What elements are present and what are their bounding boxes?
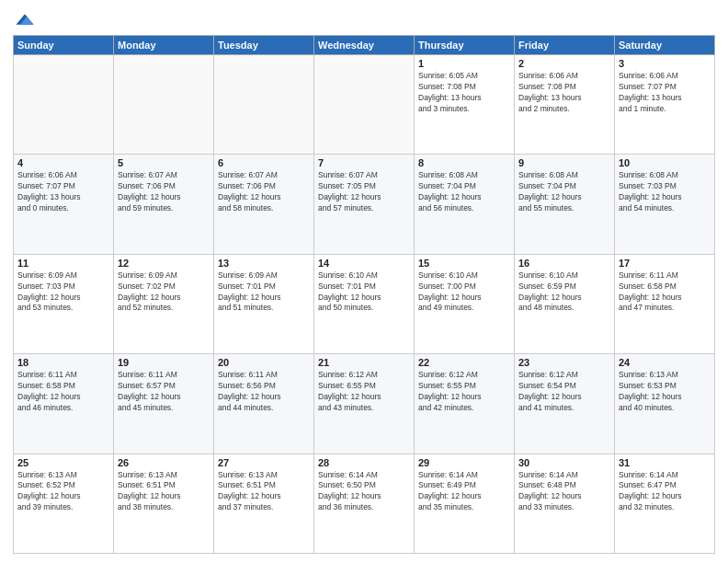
calendar-week-2: 4Sunrise: 6:06 AM Sunset: 7:07 PM Daylig… [14,155,715,254]
day-number: 12 [118,258,210,269]
day-info: Sunrise: 6:08 AM Sunset: 7:03 PM Dayligh… [619,170,711,214]
calendar-cell: 19Sunrise: 6:11 AM Sunset: 6:57 PM Dayli… [114,354,214,454]
day-info: Sunrise: 6:09 AM Sunset: 7:01 PM Dayligh… [218,270,310,315]
day-info: Sunrise: 6:12 AM Sunset: 6:55 PM Dayligh… [318,370,410,414]
day-info: Sunrise: 6:11 AM Sunset: 6:58 PM Dayligh… [17,370,109,414]
calendar-cell [14,55,114,155]
calendar-cell: 23Sunrise: 6:12 AM Sunset: 6:54 PM Dayli… [515,354,615,454]
calendar-cell: 13Sunrise: 6:09 AM Sunset: 7:01 PM Dayli… [214,254,314,353]
header [13,9,715,29]
calendar-cell: 2Sunrise: 6:06 AM Sunset: 7:08 PM Daylig… [515,55,615,155]
day-number: 3 [619,58,711,69]
day-number: 31 [619,457,711,468]
day-info: Sunrise: 6:09 AM Sunset: 7:03 PM Dayligh… [17,270,109,315]
calendar-header-thursday: Thursday [415,36,515,55]
day-number: 4 [17,157,109,168]
calendar-week-3: 11Sunrise: 6:09 AM Sunset: 7:03 PM Dayli… [14,254,715,353]
day-number: 27 [218,457,310,468]
calendar-header-wednesday: Wednesday [314,36,415,55]
calendar-cell: 22Sunrise: 6:12 AM Sunset: 6:55 PM Dayli… [415,354,515,454]
calendar-cell: 6Sunrise: 6:07 AM Sunset: 7:06 PM Daylig… [214,155,314,254]
day-number: 8 [418,157,510,168]
day-info: Sunrise: 6:13 AM Sunset: 6:51 PM Dayligh… [118,470,210,514]
calendar-cell [314,55,415,155]
day-info: Sunrise: 6:06 AM Sunset: 7:07 PM Dayligh… [619,71,711,115]
calendar-header-monday: Monday [114,36,214,55]
calendar-week-5: 25Sunrise: 6:13 AM Sunset: 6:52 PM Dayli… [14,454,715,553]
day-info: Sunrise: 6:13 AM Sunset: 6:51 PM Dayligh… [218,470,310,514]
logo-area [13,9,35,29]
day-info: Sunrise: 6:12 AM Sunset: 6:54 PM Dayligh… [518,370,610,414]
day-info: Sunrise: 6:10 AM Sunset: 7:00 PM Dayligh… [418,270,510,315]
day-number: 17 [619,258,711,269]
calendar-header-saturday: Saturday [615,36,715,55]
day-number: 11 [17,258,109,269]
calendar-week-1: 1Sunrise: 6:05 AM Sunset: 7:08 PM Daylig… [14,55,715,155]
day-info: Sunrise: 6:14 AM Sunset: 6:50 PM Dayligh… [318,470,410,514]
day-number: 18 [17,357,109,368]
calendar-header-friday: Friday [515,36,615,55]
calendar-cell: 3Sunrise: 6:06 AM Sunset: 7:07 PM Daylig… [615,55,715,155]
calendar-header-tuesday: Tuesday [214,36,314,55]
day-info: Sunrise: 6:14 AM Sunset: 6:47 PM Dayligh… [619,470,711,514]
calendar-cell: 15Sunrise: 6:10 AM Sunset: 7:00 PM Dayli… [415,254,515,353]
day-number: 21 [318,357,410,368]
calendar-header-sunday: Sunday [14,36,114,55]
logo-icon [15,9,35,29]
calendar-cell: 21Sunrise: 6:12 AM Sunset: 6:55 PM Dayli… [314,354,415,454]
day-info: Sunrise: 6:07 AM Sunset: 7:05 PM Dayligh… [318,170,410,214]
day-info: Sunrise: 6:12 AM Sunset: 6:55 PM Dayligh… [418,370,510,414]
day-info: Sunrise: 6:07 AM Sunset: 7:06 PM Dayligh… [118,170,210,214]
calendar-cell: 1Sunrise: 6:05 AM Sunset: 7:08 PM Daylig… [415,55,515,155]
day-number: 25 [17,457,109,468]
calendar-cell: 11Sunrise: 6:09 AM Sunset: 7:03 PM Dayli… [14,254,114,353]
calendar-cell: 8Sunrise: 6:08 AM Sunset: 7:04 PM Daylig… [415,155,515,254]
day-number: 10 [619,157,711,168]
calendar-cell: 4Sunrise: 6:06 AM Sunset: 7:07 PM Daylig… [14,155,114,254]
day-number: 9 [518,157,610,168]
day-number: 6 [218,157,310,168]
logo-text [13,9,35,29]
day-info: Sunrise: 6:09 AM Sunset: 7:02 PM Dayligh… [118,270,210,315]
day-number: 22 [418,357,510,368]
day-number: 14 [318,258,410,269]
day-info: Sunrise: 6:14 AM Sunset: 6:49 PM Dayligh… [418,470,510,514]
calendar-cell: 27Sunrise: 6:13 AM Sunset: 6:51 PM Dayli… [214,454,314,553]
calendar-cell: 20Sunrise: 6:11 AM Sunset: 6:56 PM Dayli… [214,354,314,454]
day-number: 1 [418,58,510,69]
page: SundayMondayTuesdayWednesdayThursdayFrid… [0,0,728,563]
day-info: Sunrise: 6:08 AM Sunset: 7:04 PM Dayligh… [518,170,610,214]
day-info: Sunrise: 6:05 AM Sunset: 7:08 PM Dayligh… [418,71,510,115]
calendar-cell: 17Sunrise: 6:11 AM Sunset: 6:58 PM Dayli… [615,254,715,353]
day-info: Sunrise: 6:07 AM Sunset: 7:06 PM Dayligh… [218,170,310,214]
calendar-cell: 25Sunrise: 6:13 AM Sunset: 6:52 PM Dayli… [14,454,114,553]
day-number: 24 [619,357,711,368]
calendar-cell [114,55,214,155]
calendar-cell: 9Sunrise: 6:08 AM Sunset: 7:04 PM Daylig… [515,155,615,254]
day-number: 23 [518,357,610,368]
day-info: Sunrise: 6:06 AM Sunset: 7:07 PM Dayligh… [17,170,109,214]
day-number: 20 [218,357,310,368]
calendar-cell: 28Sunrise: 6:14 AM Sunset: 6:50 PM Dayli… [314,454,415,553]
day-info: Sunrise: 6:11 AM Sunset: 6:56 PM Dayligh… [218,370,310,414]
calendar-week-4: 18Sunrise: 6:11 AM Sunset: 6:58 PM Dayli… [14,354,715,454]
day-number: 19 [118,357,210,368]
calendar: SundayMondayTuesdayWednesdayThursdayFrid… [13,35,715,554]
calendar-cell: 12Sunrise: 6:09 AM Sunset: 7:02 PM Dayli… [114,254,214,353]
day-info: Sunrise: 6:11 AM Sunset: 6:57 PM Dayligh… [118,370,210,414]
calendar-cell: 10Sunrise: 6:08 AM Sunset: 7:03 PM Dayli… [615,155,715,254]
calendar-cell: 5Sunrise: 6:07 AM Sunset: 7:06 PM Daylig… [114,155,214,254]
calendar-cell: 26Sunrise: 6:13 AM Sunset: 6:51 PM Dayli… [114,454,214,553]
calendar-header-row: SundayMondayTuesdayWednesdayThursdayFrid… [14,36,715,55]
day-info: Sunrise: 6:08 AM Sunset: 7:04 PM Dayligh… [418,170,510,214]
day-info: Sunrise: 6:14 AM Sunset: 6:48 PM Dayligh… [518,470,610,514]
calendar-cell: 14Sunrise: 6:10 AM Sunset: 7:01 PM Dayli… [314,254,415,353]
day-info: Sunrise: 6:06 AM Sunset: 7:08 PM Dayligh… [518,71,610,115]
calendar-cell: 16Sunrise: 6:10 AM Sunset: 6:59 PM Dayli… [515,254,615,353]
calendar-cell: 31Sunrise: 6:14 AM Sunset: 6:47 PM Dayli… [615,454,715,553]
day-info: Sunrise: 6:13 AM Sunset: 6:52 PM Dayligh… [17,470,109,514]
calendar-cell: 18Sunrise: 6:11 AM Sunset: 6:58 PM Dayli… [14,354,114,454]
day-number: 28 [318,457,410,468]
calendar-cell: 29Sunrise: 6:14 AM Sunset: 6:49 PM Dayli… [415,454,515,553]
day-info: Sunrise: 6:13 AM Sunset: 6:53 PM Dayligh… [619,370,711,414]
